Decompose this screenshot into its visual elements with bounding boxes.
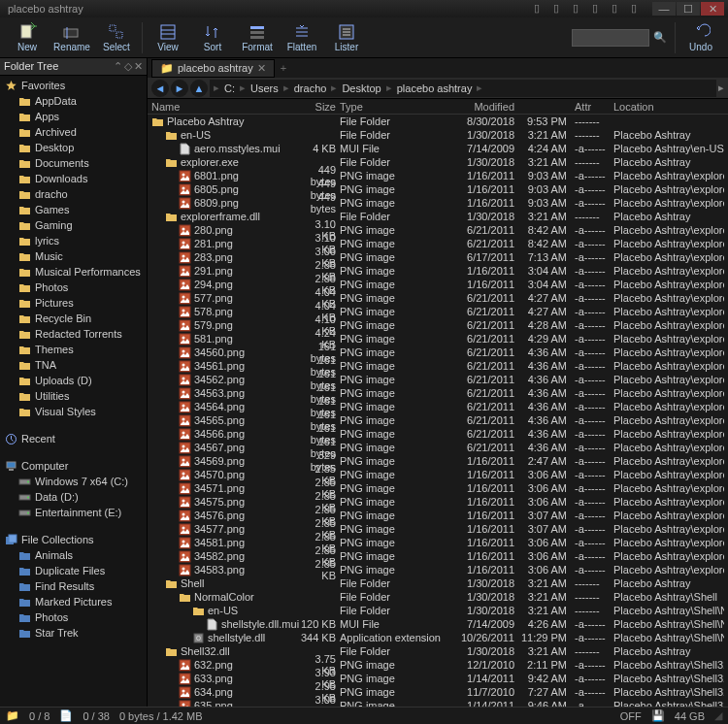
file-row[interactable]: 34567.png161 bytesPNG image6/21/20114:36… <box>148 441 728 454</box>
file-row[interactable]: 34563.png161 bytesPNG image6/21/20114:36… <box>148 386 728 400</box>
file-row[interactable]: 34564.png161 bytesPNG image6/21/20114:36… <box>148 400 728 413</box>
tree-fav-item[interactable]: Utilities <box>0 388 147 404</box>
undo-button[interactable]: Undo <box>679 20 722 54</box>
sys-icon[interactable]: ▯ <box>592 2 606 16</box>
file-row[interactable]: 294.png2.88 KBPNG image1/16/20113:04 AM-… <box>148 278 728 291</box>
tree-fav-item[interactable]: Downloads <box>0 171 147 186</box>
file-row[interactable]: en-USFile Folder1/30/20183:21 AM-------P… <box>148 128 728 142</box>
file-list[interactable]: Placebo AshtrayFile Folder8/30/20189:53 … <box>148 115 728 707</box>
tab-active[interactable]: 📁 placebo ashtray ✕ <box>151 59 275 78</box>
file-row[interactable]: 34566.png161 bytesPNG image6/21/20114:36… <box>148 427 728 441</box>
file-row[interactable]: 578.png4.04 KBPNG image6/21/20114:27 AM-… <box>148 305 728 318</box>
close-icon[interactable]: ✕ <box>134 60 143 73</box>
tree-coll-item[interactable]: Marked Pictures <box>0 594 147 609</box>
sys-icon[interactable]: ▯ <box>573 2 586 16</box>
file-row[interactable]: 34561.png161 bytesPNG image6/21/20114:36… <box>148 359 728 373</box>
tree-fav-item[interactable]: Musical Performances <box>0 264 147 280</box>
rename-button[interactable]: Rename <box>50 20 93 54</box>
breadcrumb-segment[interactable]: placebo ashtray <box>394 82 476 94</box>
file-row[interactable]: explorerframe.dllFile Folder1/30/20183:2… <box>148 210 728 223</box>
file-row[interactable]: 34562.png161 bytesPNG image6/21/20114:36… <box>148 373 728 386</box>
tree-fav-item[interactable]: Photos <box>0 280 147 295</box>
pin-icon[interactable]: ◇ <box>124 60 132 73</box>
file-row[interactable]: 632.png3.75 KBPNG image12/1/20102:11 PM-… <box>148 658 728 672</box>
tree-fav-item[interactable]: Visual Styles <box>0 404 147 419</box>
tree-fav-item[interactable]: Uploads (D) <box>0 373 147 388</box>
tab-add-icon[interactable]: + <box>275 62 292 74</box>
file-row[interactable]: Placebo AshtrayFile Folder8/30/20189:53 … <box>148 115 728 128</box>
breadcrumb[interactable]: ▸C:▸Users▸dracho▸Desktop▸placebo ashtray… <box>210 80 716 97</box>
file-row[interactable]: 34569.png329 bytesPNG image1/16/20112:47… <box>148 454 728 468</box>
back-button[interactable]: ◄ <box>151 80 169 97</box>
tree-recent[interactable]: Recent <box>0 431 147 446</box>
tree-fav-item[interactable]: Games <box>0 202 147 217</box>
file-row[interactable]: 34582.png2.85 KBPNG image1/16/20113:06 A… <box>148 549 728 563</box>
file-row[interactable]: 635.png3.08 KBPNG image1/14/20119:46 AM-… <box>148 699 728 707</box>
file-row[interactable]: 34576.png2.85 KBPNG image1/16/20113:07 A… <box>148 509 728 522</box>
file-row[interactable]: 34583.png2.85 KBPNG image1/16/20113:06 A… <box>148 563 728 576</box>
sys-icon[interactable]: ▯ <box>534 2 547 16</box>
file-row[interactable]: shellstyle.dll344 KBApplication extensio… <box>148 631 728 644</box>
file-row[interactable]: 581.png4.24 KBPNG image6/21/20114:29 AM-… <box>148 332 728 346</box>
tree-fav-item[interactable]: Recycle Bin <box>0 311 147 326</box>
sys-icon[interactable]: ▯ <box>631 2 645 16</box>
tree-coll-item[interactable]: Star Trek <box>0 625 147 641</box>
file-row[interactable]: aero.msstyles.mui4 KBMUI File7/14/20094:… <box>148 142 728 155</box>
file-row[interactable]: 34560.png161 bytesPNG image6/21/20114:36… <box>148 346 728 359</box>
file-row[interactable]: 283.png3.06 KBPNG image6/17/20117:13 AM-… <box>148 250 728 264</box>
tree-favorites[interactable]: Favorites <box>0 78 147 93</box>
file-row[interactable]: 280.png3.10 KBPNG image6/21/20118:42 AM-… <box>148 223 728 237</box>
file-row[interactable]: 577.png4.04 KBPNG image6/21/20114:27 AM-… <box>148 291 728 305</box>
expand-icon[interactable]: ⌃ <box>114 60 122 73</box>
format-button[interactable]: Format <box>236 20 279 54</box>
breadcrumb-segment[interactable]: dracho <box>291 82 330 94</box>
tree-fav-item[interactable]: Themes <box>0 342 147 357</box>
tree-fav-item[interactable]: Desktop <box>0 140 147 155</box>
tree-coll-item[interactable]: Animals <box>0 547 147 563</box>
file-row[interactable]: en-USFile Folder1/30/20183:21 AM-------P… <box>148 604 728 617</box>
flatten-button[interactable]: Flatten <box>281 20 323 54</box>
sort-button[interactable]: Sort <box>191 20 234 54</box>
file-row[interactable]: 6805.png449 bytesPNG image1/16/20119:03 … <box>148 182 728 196</box>
file-row[interactable]: 579.png4.10 KBPNG image6/21/20114:28 AM-… <box>148 318 728 332</box>
file-row[interactable]: 34581.png2.85 KBPNG image1/16/20113:06 A… <box>148 536 728 549</box>
view-button[interactable]: View <box>147 20 189 54</box>
tab-close-icon[interactable]: ✕ <box>257 62 266 75</box>
search-icon[interactable]: 🔍 <box>653 31 667 44</box>
tree-fav-item[interactable]: Redacted Torrents <box>0 326 147 342</box>
tree-fav-item[interactable]: Archived <box>0 124 147 140</box>
tree-drive-item[interactable]: Data (D:) <box>0 489 147 505</box>
file-row[interactable]: 634.png2.95 KBPNG image11/7/20107:27 AM-… <box>148 685 728 699</box>
up-button[interactable]: ▲ <box>190 80 208 97</box>
file-row[interactable]: Shell32.dllFile Folder1/30/20183:21 AM--… <box>148 644 728 658</box>
file-row[interactable]: shellstyle.dll.mui120 KBMUI File7/14/200… <box>148 617 728 631</box>
tree-fav-item[interactable]: TNA <box>0 357 147 373</box>
file-row[interactable]: 34575.png2.85 KBPNG image1/16/20113:06 A… <box>148 495 728 509</box>
file-row[interactable]: explorer.exeFile Folder1/30/20183:21 AM-… <box>148 155 728 169</box>
file-row[interactable]: 34571.png2.85 KBPNG image1/16/20113:06 A… <box>148 481 728 495</box>
breadcrumb-segment[interactable]: Desktop <box>339 82 383 94</box>
lister-button[interactable]: Lister <box>325 20 368 54</box>
file-row[interactable]: 34577.png2.85 KBPNG image1/16/20113:07 A… <box>148 522 728 536</box>
nav-more-icon[interactable]: ▸ <box>718 82 724 94</box>
new-button[interactable]: New <box>6 20 49 54</box>
tree-fav-item[interactable]: lyrics <box>0 233 147 248</box>
file-row[interactable]: 6809.png449 bytesPNG image1/16/20119:03 … <box>148 196 728 210</box>
breadcrumb-segment[interactable]: Users <box>248 82 281 94</box>
file-row[interactable]: 6801.png449 bytesPNG image1/16/20119:03 … <box>148 169 728 182</box>
tree-drive-item[interactable]: Windows 7 x64 (C:) <box>0 474 147 489</box>
tree-coll-item[interactable]: Duplicate Files <box>0 563 147 578</box>
tree-coll-item[interactable]: Photos <box>0 609 147 625</box>
tree-fav-item[interactable]: AppData <box>0 93 147 109</box>
tree-fav-item[interactable]: Documents <box>0 155 147 171</box>
tree-fav-item[interactable]: Apps <box>0 109 147 124</box>
file-row[interactable]: ShellFile Folder1/30/20183:21 AM-------P… <box>148 576 728 590</box>
tree-fav-item[interactable]: Pictures <box>0 295 147 311</box>
forward-button[interactable]: ► <box>171 80 188 97</box>
file-row[interactable]: NormalColorFile Folder1/30/20183:21 AM--… <box>148 590 728 604</box>
file-row[interactable]: 633.png3.93 KBPNG image1/14/20119:42 AM-… <box>148 672 728 685</box>
maximize-button[interactable]: ☐ <box>677 2 700 16</box>
tree-fav-item[interactable]: dracho <box>0 186 147 202</box>
search-input[interactable] <box>572 29 649 47</box>
close-button[interactable]: ✕ <box>701 2 724 16</box>
